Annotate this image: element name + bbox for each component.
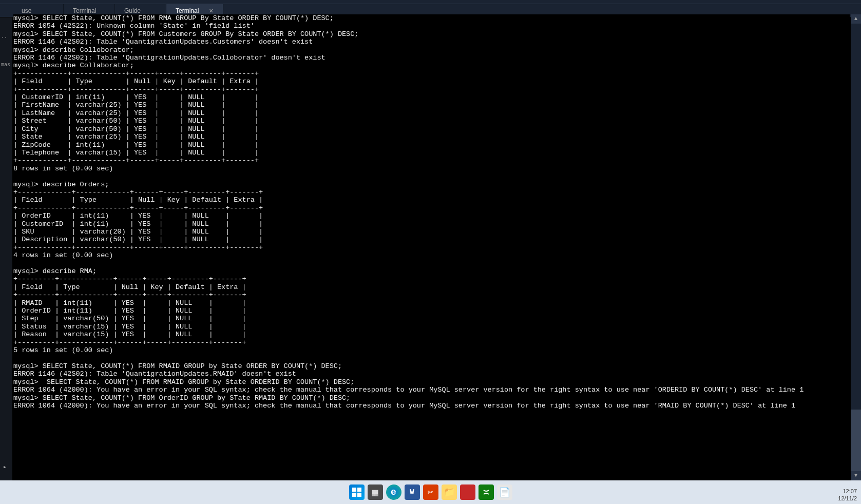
- edge-icon[interactable]: e: [386, 484, 401, 500]
- taskbar-center: ▦ e W ✂ 📁 📄: [349, 484, 512, 500]
- svg-rect-3: [357, 493, 361, 497]
- gutter-mas: mas: [0, 61, 12, 69]
- word-icon[interactable]: W: [405, 484, 420, 500]
- title-bar: [0, 0, 861, 4]
- tab-label: use: [22, 7, 31, 14]
- tab-label: Terminal: [73, 7, 96, 14]
- clock-date: 12/11/2: [838, 495, 857, 502]
- clock-time: 12:07: [838, 488, 857, 495]
- system-tray[interactable]: 12:07 12/11/2: [838, 488, 857, 502]
- close-icon[interactable]: ×: [199, 7, 213, 15]
- snip-icon[interactable]: ✂: [423, 484, 438, 500]
- svg-rect-0: [352, 488, 356, 492]
- start-icon[interactable]: [349, 484, 365, 500]
- scrollbar-thumb[interactable]: [851, 410, 861, 471]
- xbox-icon[interactable]: [479, 484, 494, 500]
- scrollbar-down-icon[interactable]: ▼: [851, 471, 861, 480]
- gutter-dots: ..: [0, 33, 12, 41]
- scrollbar[interactable]: ▲ ▼: [851, 14, 861, 480]
- explorer-icon[interactable]: 📁: [442, 484, 457, 500]
- svg-rect-1: [357, 488, 361, 492]
- gutter-arrow-icon: ▸: [3, 463, 7, 470]
- tab-label: Guide: [124, 7, 141, 14]
- scrollbar-up-icon[interactable]: ▲: [851, 14, 861, 24]
- calculator-icon[interactable]: ▦: [368, 484, 383, 500]
- svg-rect-2: [352, 493, 356, 497]
- tab-label: Terminal: [176, 7, 199, 14]
- notepad-icon[interactable]: 📄: [497, 484, 512, 500]
- app-red-icon[interactable]: [460, 484, 475, 500]
- terminal-output[interactable]: mysql> SELECT State, COUNT(*) FROM RMA G…: [13, 14, 850, 480]
- svg-point-4: [482, 488, 491, 497]
- taskbar: ▦ e W ✂ 📁 📄 12:07 12/11/2: [0, 480, 861, 504]
- left-gutter: .. mas ▸: [0, 17, 12, 480]
